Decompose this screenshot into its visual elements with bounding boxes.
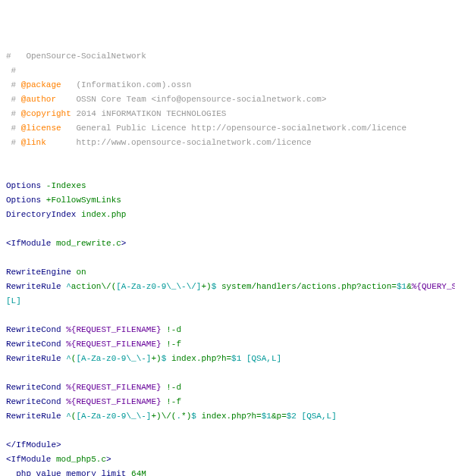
code-line — [6, 366, 449, 380]
code-line — [6, 251, 449, 265]
code-line — [6, 424, 449, 438]
code-token: # — [6, 138, 21, 147]
code-token: %{REQUEST_FILENAME} — [66, 325, 161, 334]
code-token: on — [76, 268, 86, 277]
code-token: +)\/( — [151, 412, 176, 421]
code-token: php_value memory_limit — [6, 469, 131, 476]
code-line: RewriteCond %{REQUEST_FILENAME} !-f — [6, 337, 449, 352]
code-token: $1 — [262, 412, 271, 421]
code-token: [A-Za-z0-9\_\-] — [76, 412, 151, 421]
code-line: <IfModule mod_php5.c> — [6, 453, 449, 467]
code-token: [A-Za-z0-9\_\-\/] — [116, 282, 201, 291]
code-token: <IfModule — [6, 239, 56, 248]
code-line: # OpenSource-SocialNetwork — [6, 49, 449, 64]
code-token: index.php?h= — [196, 412, 262, 421]
code-token: ^ — [66, 354, 71, 363]
code-token: 64M — [131, 469, 146, 476]
code-token: [L] — [6, 296, 21, 305]
code-token: Options — [6, 196, 46, 205]
code-token: 2014 iNFORMATIKON TECHNOLOGIES — [71, 109, 227, 118]
code-token: $1 — [397, 282, 406, 291]
code-token: > — [121, 239, 127, 248]
code-token: # OpenSource-SocialNetwork — [6, 52, 146, 61]
code-line: # @link http://www.opensource-socialnetw… — [6, 136, 449, 150]
code-line — [6, 308, 449, 323]
code-token: index.php — [81, 210, 126, 219]
code-line: # @author OSSN Core Team <info@opensourc… — [6, 92, 449, 107]
code-line — [6, 164, 449, 179]
code-line: # @package (Informatikon.com).ossn — [6, 78, 449, 92]
code-token: (Informatikon.com).ossn — [61, 80, 192, 89]
code-token: $2 — [287, 412, 297, 421]
code-token: RewriteCond — [6, 397, 66, 406]
code-token: system/handlers/actions.php?action= — [216, 282, 397, 291]
code-line: RewriteRule ^([A-Za-z0-9\_\-]+)$ index.p… — [6, 352, 449, 366]
code-token: $1 — [231, 354, 241, 363]
code-token: http://www.opensource-socialnetwork.com/… — [46, 138, 312, 147]
code-token: [QSA,L] — [246, 354, 281, 363]
code-token: # — [6, 66, 16, 75]
code-line: Options -Indexes — [6, 179, 449, 193]
code-token: -Indexes — [46, 181, 86, 190]
code-line: RewriteEngine on — [6, 265, 449, 280]
code-line: RewriteCond %{REQUEST_FILENAME} !-d — [6, 380, 449, 395]
code-line: DirectoryIndex index.php — [6, 208, 449, 222]
code-token: [QSA,L] — [302, 412, 337, 421]
code-token: @copyright — [21, 109, 71, 118]
code-token: # — [6, 109, 21, 118]
code-token: # — [6, 80, 21, 89]
code-token: <IfModule — [6, 455, 56, 464]
code-line: RewriteCond %{REQUEST_FILENAME} !-d — [6, 323, 449, 337]
code-token: # — [6, 95, 21, 104]
code-token: @package — [21, 80, 61, 89]
code-token: # — [6, 124, 21, 133]
code-line: </IfModule> — [6, 438, 449, 453]
code-token: RewriteCond — [6, 325, 66, 334]
code-token — [241, 354, 246, 363]
code-token: +) — [201, 282, 211, 291]
code-token: DirectoryIndex — [6, 210, 81, 219]
code-token: </IfModule> — [6, 440, 61, 449]
code-token — [297, 412, 302, 421]
code-token: %{REQUEST_FILENAME} — [66, 340, 161, 349]
code-token: mod_php5.c — [56, 455, 106, 464]
code-token: !-f — [162, 340, 181, 349]
code-token: &p= — [271, 412, 287, 421]
code-token: & — [406, 282, 412, 291]
code-token: @author — [21, 95, 56, 104]
code-line: Options +FollowSymLinks — [6, 193, 449, 208]
code-token: index.php?h= — [166, 354, 231, 363]
code-token: RewriteRule — [6, 354, 66, 363]
code-token: @license — [21, 124, 61, 133]
code-token: OSSN Core Team <info@opensource-socialne… — [56, 95, 326, 104]
code-line: [L] — [6, 294, 449, 308]
code-token: *) — [181, 412, 191, 421]
code-token: ^ — [66, 282, 71, 291]
code-token: RewriteCond — [6, 340, 66, 349]
code-block: # OpenSource-SocialNetwork # # @package … — [6, 49, 449, 476]
code-token: !-d — [162, 325, 181, 334]
code-token: @link — [21, 138, 46, 147]
code-line: RewriteRule ^action\/([A-Za-z0-9\_\-\/]+… — [6, 280, 449, 294]
code-token: !-d — [162, 383, 181, 392]
code-line: php_value memory_limit 64M — [6, 467, 449, 476]
code-line: # @copyright 2014 iNFORMATIKON TECHNOLOG… — [6, 107, 449, 121]
code-token: +) — [151, 354, 161, 363]
code-token: Options — [6, 181, 46, 190]
code-token: RewriteRule — [6, 282, 66, 291]
code-token: %{QUERY_STRING} — [412, 282, 455, 291]
code-token: +FollowSymLinks — [46, 196, 121, 205]
code-token: RewriteRule — [6, 412, 66, 421]
code-token: General Public Licence http://opensource… — [61, 124, 412, 133]
code-line: # — [6, 64, 449, 78]
code-token: !-f — [162, 397, 181, 406]
code-token: RewriteEngine — [6, 268, 76, 277]
code-line — [6, 150, 449, 164]
code-token: %{REQUEST_FILENAME} — [66, 397, 161, 406]
code-line: RewriteCond %{REQUEST_FILENAME} !-f — [6, 395, 449, 409]
code-line: <IfModule mod_rewrite.c> — [6, 236, 449, 251]
code-token: [A-Za-z0-9\_\-] — [76, 354, 151, 363]
code-token: > — [106, 455, 111, 464]
code-line: RewriteRule ^([A-Za-z0-9\_\-]+)\/(.*)$ i… — [6, 409, 449, 424]
code-token: $ — [191, 412, 196, 421]
